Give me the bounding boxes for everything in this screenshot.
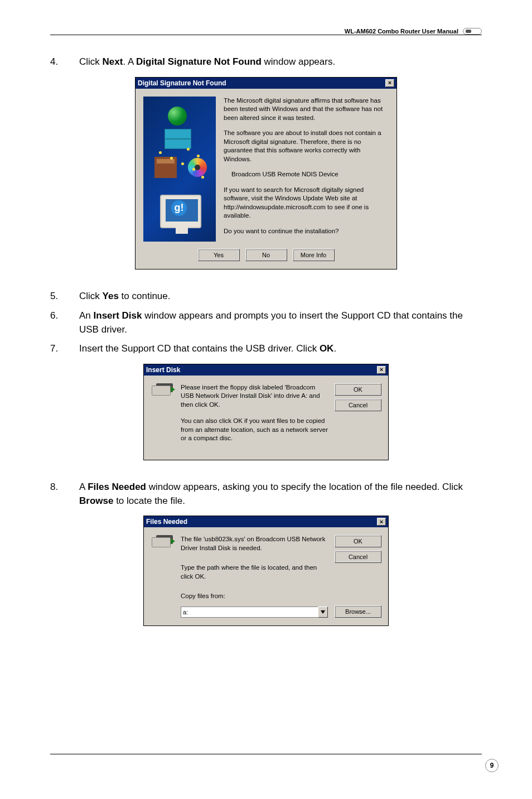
dialog-para: The Microsoft digital signature affirms … (224, 97, 388, 123)
step-text: Insert the Support CD that contains the … (79, 342, 482, 356)
more-info-button[interactable]: More Info (293, 249, 335, 261)
certificate-icon: g! (171, 200, 187, 216)
step-8: 8. A Files Needed window appears, asking… (50, 480, 482, 508)
copy-files-label: Copy files from: (181, 592, 328, 601)
t: Insert the Support CD that contains the … (79, 343, 320, 354)
t: Click (79, 291, 103, 301)
step-5: 5. Click Yes to continue. (50, 290, 482, 304)
path-combo (181, 607, 328, 618)
step-number: 4. (50, 55, 64, 69)
no-button[interactable]: No (245, 249, 287, 261)
dialog-para: You can also click OK if you want files … (181, 417, 328, 443)
t: window appears. (262, 56, 335, 67)
step-text: Click Next. A Digital Signature Not Foun… (79, 55, 482, 69)
close-icon[interactable]: × (385, 79, 394, 87)
dialog-para: The file 'usb8023k.sys' on Broadcom USB … (181, 535, 328, 552)
browse-button[interactable]: Browse... (335, 605, 381, 618)
step-number: 5. (50, 290, 64, 304)
dialog-para: The software you are about to install do… (224, 129, 388, 163)
t: OK (320, 343, 334, 354)
chevron-down-icon (321, 610, 325, 614)
t: Insert Disk (94, 310, 142, 321)
step-6: 6. An Insert Disk window appears and pro… (50, 309, 482, 336)
step-number: 8. (50, 480, 64, 508)
path-input[interactable] (181, 607, 318, 618)
t: Browse (79, 495, 113, 506)
drive-icon (152, 535, 174, 552)
dialog-titlebar: Digital Signature Not Found × (136, 78, 396, 89)
ok-button[interactable]: OK (335, 383, 381, 396)
t: Click (79, 56, 103, 67)
t: to locate the file. (113, 495, 185, 506)
t: A (79, 482, 88, 492)
t: to continue. (119, 291, 171, 301)
dialog-para: Type the path where the file is located,… (181, 564, 328, 581)
page-number: 9 (485, 759, 499, 772)
step-7: 7. Insert the Support CD that contains t… (50, 342, 482, 356)
manual-title: WL-AM602 Combo Router User Manual (345, 28, 458, 35)
dialog-title: Files Needed (146, 518, 187, 526)
t: . A (123, 56, 136, 67)
step-text: Click Yes to continue. (79, 290, 482, 304)
step-text: A Files Needed window appears, asking yo… (79, 480, 482, 508)
files-needed-dialog: Files Needed × The file 'usb8023k.sys' o… (143, 516, 389, 626)
dialog-titlebar: Insert Disk × (144, 364, 388, 376)
digital-signature-dialog: Digital Signature Not Found × g! (135, 77, 397, 270)
dialog-para: Do you want to continue the installation… (224, 227, 388, 236)
t: Yes (103, 291, 119, 301)
insert-disk-dialog: Insert Disk × Please insert the floppy d… (143, 364, 389, 460)
step-text: An Insert Disk window appears and prompt… (79, 309, 482, 336)
manual-header: WL-AM602 Combo Router User Manual (50, 28, 482, 35)
close-icon[interactable]: × (377, 366, 386, 374)
dialog-button-row: Yes No More Info (136, 246, 396, 269)
header-rule (50, 35, 482, 35)
close-icon[interactable]: × (377, 518, 386, 526)
footer-rule (50, 754, 482, 754)
wizard-art-icon: g! (143, 97, 216, 242)
t: Next (103, 56, 123, 67)
step-number: 7. (50, 342, 64, 356)
step-4: 4. Click Next. A Digital Signature Not F… (50, 55, 482, 69)
dialog-para: Please insert the floppy disk labeled 'B… (181, 383, 328, 410)
ok-button[interactable]: OK (335, 535, 381, 547)
cancel-button[interactable]: Cancel (335, 399, 381, 411)
device-name: Broadcom USB Remote NDIS Device (231, 170, 388, 179)
dialog-para: If you want to search for Microsoft digi… (224, 186, 388, 220)
cancel-button[interactable]: Cancel (335, 551, 381, 563)
t: Files Needed (88, 482, 146, 492)
t: window appears, asking you to specify th… (146, 482, 463, 492)
t: . (333, 343, 336, 354)
t: An (79, 310, 94, 321)
dialog-title: Digital Signature Not Found (138, 79, 226, 87)
drive-icon (152, 383, 174, 400)
router-badge-icon (463, 28, 482, 35)
dialog-title: Insert Disk (146, 366, 180, 374)
t: Digital Signature Not Found (136, 56, 262, 67)
yes-button[interactable]: Yes (198, 249, 240, 261)
dialog-titlebar: Files Needed × (144, 516, 388, 527)
dropdown-button[interactable] (318, 607, 328, 618)
step-number: 6. (50, 309, 64, 336)
